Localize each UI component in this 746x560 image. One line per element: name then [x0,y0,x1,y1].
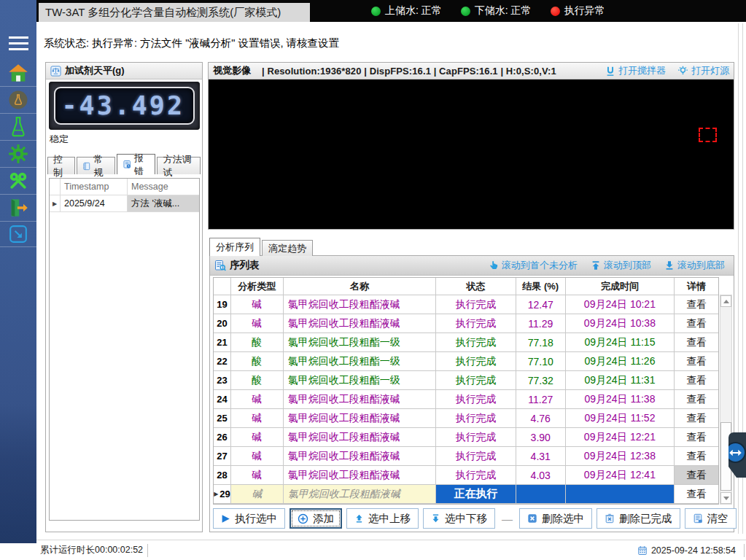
cell-result: 11.29 [516,314,566,332]
cell-finish-time: 09月24日 11:38 [566,390,675,408]
scrollbar-up-button[interactable] [720,295,731,307]
sidebar-item-home[interactable] [0,60,36,86]
table-row[interactable]: 20碱氯甲烷回收工段粗酯液碱执行完成11.2909月24日 10:38查看 [214,314,718,333]
video-feed[interactable] [209,79,734,229]
open-stirrer-link[interactable]: 打开搅拌器 [605,64,666,77]
sidebar-item-settings[interactable] [0,140,36,167]
col-name: 名称 [284,278,436,295]
table-row[interactable]: 23酸氯甲烷回收工段粗酯一级执行完成77.3209月24日 11:31查看 [214,371,718,390]
sidebar-item-analysis[interactable] [0,113,36,140]
sidebar-item-exit[interactable] [0,194,36,221]
cell-analysis-type: 碱 [231,409,284,427]
roi-rectangle[interactable] [699,128,717,142]
table-row[interactable]: 19碱氯甲烷回收工段粗酯液碱执行完成12.4709月24日 10:21查看 [214,295,718,314]
delete-finished-button[interactable]: 删除已完成 [597,508,680,529]
view-detail-link[interactable]: 查看 [675,390,718,408]
sequence-scrollbar[interactable] [720,295,732,505]
sidebar-item-balance-app[interactable] [0,86,36,113]
cell-status: 执行完成 [436,333,516,351]
view-detail-link[interactable]: 查看 [675,314,718,332]
view-detail-link[interactable]: 查看 [675,447,718,465]
table-row[interactable]: 21酸氯甲烷回收工段粗酯一级执行完成77.1809月24日 11:15查看 [214,333,718,352]
balance-lcd: -43.492 [54,87,195,125]
tab-label: 控制 [53,153,69,179]
scroll-to-top-link[interactable]: 滚动到顶部 [591,259,651,272]
view-detail-link[interactable]: 查看 [675,333,718,351]
flask-badge-icon [7,89,29,111]
button-separator: — [500,513,515,525]
button-label: 添加 [313,512,334,526]
tab-label: 分析序列 [216,241,254,254]
sidebar-item-resize[interactable] [0,221,36,247]
cell-name: 氯甲烷回收工段粗酯一级 [284,352,436,370]
menu-button[interactable] [0,32,36,54]
table-row[interactable]: 22酸氯甲烷回收工段粗酯一级执行完成77.1009月24日 11:26查看 [214,352,718,371]
cell-name: 氯甲烷回收工段粗酯液碱 [284,485,436,503]
balance-panel-title: 加试剂天平(g) [65,64,125,77]
scroll-to-bottom-link[interactable]: 滚动到底部 [664,259,725,272]
view-detail-link[interactable]: 查看 [675,466,718,484]
add-button[interactable]: 添加 [290,508,342,529]
tab-titration-trend[interactable]: 滴定趋势 [262,240,313,256]
tab-label: 常规 [93,153,109,179]
view-detail-link[interactable]: 查看 [675,371,718,389]
tab-errors[interactable]: 报错 [117,154,156,174]
pointer-hand-icon [489,260,499,271]
view-detail-link[interactable]: 查看 [675,295,718,314]
system-status-text: 系统状态: 执行异常: 方法文件 "液碱分析" 设置错误, 请核查设置 [44,36,339,50]
video-links: 打开搅拌器 打开灯源 [605,64,729,77]
balance-lcd-frame: -43.492 [49,82,200,130]
bulb-icon [677,66,688,77]
open-light-link[interactable]: 打开灯源 [677,64,729,77]
link-label: 滚动到首个未分析 [502,259,578,272]
button-label: 清空 [707,512,728,526]
view-detail-link[interactable]: 查看 [675,352,718,370]
error-row[interactable]: ▶ 2025/9/24 方法 '液碱... [50,195,199,212]
statusbar: 累计运行时长00:00:02:52 2025-09-24 12:58:54 [0,540,746,560]
sequence-table-body: 19碱氯甲烷回收工段粗酯液碱执行完成12.4709月24日 10:21查看20碱… [214,295,718,504]
sequence-title: 序列表 [230,259,260,272]
execute-selected-button[interactable]: 执行选中 [213,508,285,529]
row-marker-icon: ▶ [214,491,218,497]
add-icon [298,513,308,524]
cell-status: 执行完成 [436,447,516,465]
table-row[interactable]: 26碱氯甲烷回收工段粗酯液碱执行完成3.9009月24日 12:21查看 [214,428,718,447]
sidebar-item-tools[interactable] [0,167,36,194]
play-icon [221,514,230,524]
delete-selected-icon [527,513,537,524]
table-row[interactable]: 27碱氯甲烷回收工段粗酯液碱执行完成4.3109月24日 12:38查看 [214,447,718,466]
green-dot-icon [371,7,381,16]
row-number: 21 [214,333,231,351]
move-down-button[interactable]: 选中下移 [423,508,495,529]
scrollbar-down-button[interactable] [720,492,731,504]
view-detail-link[interactable]: 查看 [675,485,718,503]
cell-result: 4.03 [516,466,566,484]
cell-analysis-type: 酸 [231,352,284,370]
tab-general[interactable]: 常规 [77,157,115,174]
view-detail-link[interactable]: 查看 [675,409,718,427]
move-up-button[interactable]: 选中上移 [346,508,419,529]
error-timestamp: 2025/9/24 [61,195,128,211]
cell-status: 执行完成 [436,314,516,332]
delete-selected-button[interactable]: 删除选中 [519,508,592,529]
col-timestamp: Timestamp [61,179,128,195]
view-detail-link[interactable]: 查看 [675,428,718,446]
left-tab-strip: 控制 常规 报错 方法调试 [47,154,202,174]
scroll-first-unanalyzed-link[interactable]: 滚动到首个未分析 [489,259,578,272]
row-number: 28 [214,466,231,484]
cell-result: 3.90 [516,428,566,446]
tab-analysis-sequence[interactable]: 分析序列 [209,238,260,256]
button-label: 删除已完成 [619,512,672,526]
table-row[interactable]: ▶29碱氯甲烷回收工段粗酯液碱正在执行查看 [214,485,718,504]
video-panel: 视觉影像 | Resolution:1936*820 | DispFPS:16.… [208,62,734,230]
table-row[interactable]: 25碱氯甲烷回收工段粗酯液碱执行完成4.7609月24日 11:52查看 [214,409,718,428]
cell-finish-time: 09月24日 10:38 [566,314,675,332]
table-row[interactable]: 24碱氯甲烷回收工段粗酯液碱执行完成11.2709月24日 11:38查看 [214,390,718,409]
move-up-icon [354,513,364,524]
cell-name: 氯甲烷回收工段粗酯液碱 [284,447,436,465]
tab-method-debug[interactable]: 方法调试 [157,157,201,174]
table-row[interactable]: 28碱氯甲烷回收工段粗酯液碱执行完成4.0309月24日 12:41查看 [214,466,718,485]
cell-analysis-type: 碱 [231,447,284,465]
tab-control[interactable]: 控制 [47,157,75,174]
clear-button[interactable]: 清空 [685,508,737,529]
